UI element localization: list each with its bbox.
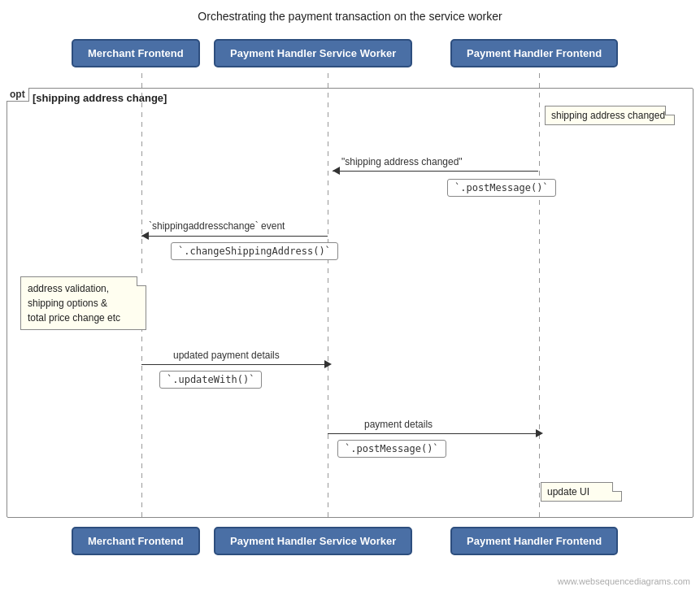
watermark: www.websequencediagrams.com: [558, 576, 690, 586]
arrow-updated-payment-head: [324, 360, 332, 368]
arrow-payment-details-line: [328, 433, 539, 434]
lifeline-payment-handler: [328, 73, 328, 518]
opt-label: opt: [7, 88, 29, 102]
actor-payment-frontend-bottom: Payment Handler Frontend: [450, 527, 618, 555]
diagram-container: Orchestrating the payment transaction on…: [0, 0, 700, 591]
note-update-ui: update UI: [541, 482, 622, 502]
note-corner-2: [137, 276, 146, 286]
arrow-shipping-changed-head: [333, 167, 340, 175]
arrow-label-payment-details: payment details: [364, 419, 433, 430]
code-postmessage-1: `.postMessage()`: [447, 179, 556, 197]
lifeline-payment-frontend: [539, 73, 540, 518]
diagram-title: Orchestrating the payment transaction on…: [0, 0, 700, 29]
code-changeshipping: `.changeShippingAddress()`: [171, 242, 338, 260]
note-corner-3: [612, 482, 622, 492]
arrow-shippingaddresschange-line: [141, 236, 328, 237]
arrow-shippingaddresschange-head: [141, 232, 149, 240]
arrow-shipping-changed-line: [333, 171, 538, 172]
actor-payment-handler-bottom: Payment Handler Service Worker: [214, 527, 412, 555]
actor-merchant-bottom: Merchant Frontend: [72, 527, 200, 555]
code-postmessage-2: `.postMessage()`: [337, 440, 446, 458]
actor-payment-frontend-top: Payment Handler Frontend: [450, 39, 618, 67]
arrow-label-shippingaddresschange: `shippingaddresschange` event: [149, 220, 285, 232]
arrow-updated-payment-line: [141, 364, 328, 365]
actor-payment-handler-top: Payment Handler Service Worker: [214, 39, 412, 67]
note-shipping-changed: shipping address changed: [545, 106, 675, 125]
arrow-label-shipping-changed: "shipping address changed": [341, 156, 463, 167]
code-updatewith: `.updateWith()`: [159, 371, 262, 389]
arrow-label-updated-payment: updated payment details: [173, 350, 280, 361]
actor-merchant-top: Merchant Frontend: [72, 39, 200, 67]
note-corner-1: [665, 106, 675, 115]
note-address-validation: address validation,shipping options &tot…: [20, 276, 146, 330]
arrow-payment-details-head: [536, 429, 543, 437]
opt-condition: [shipping address change]: [33, 92, 167, 104]
